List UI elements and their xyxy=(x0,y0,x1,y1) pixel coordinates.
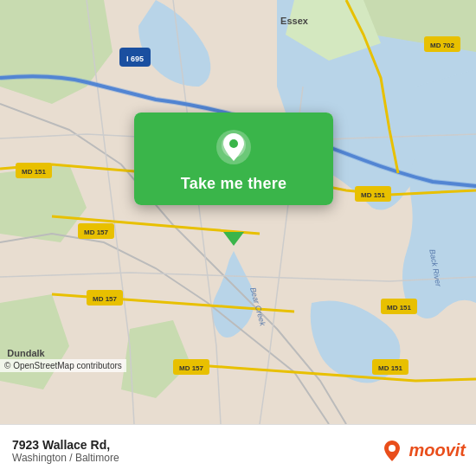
address-section: 7923 Wallace Rd, Washington / Baltimore xyxy=(12,438,119,464)
svg-point-25 xyxy=(229,139,238,148)
svg-text:MD 157: MD 157 xyxy=(93,295,118,303)
city-line: Washington / Baltimore xyxy=(12,452,119,464)
svg-text:I 695: I 695 xyxy=(126,55,144,63)
svg-text:MD 157: MD 157 xyxy=(84,228,109,236)
popup-card: Take me there xyxy=(134,113,333,205)
moovit-brand-icon xyxy=(380,439,404,463)
svg-text:MD 157: MD 157 xyxy=(179,364,204,372)
svg-text:MD 151: MD 151 xyxy=(387,304,412,312)
address-line: 7923 Wallace Rd, xyxy=(12,438,119,452)
svg-text:Dundalk: Dundalk xyxy=(7,348,45,358)
moovit-brand-text: moovit xyxy=(408,441,466,460)
popup-green-section: Take me there xyxy=(134,113,333,205)
svg-text:MD 151: MD 151 xyxy=(22,168,47,176)
take-me-there-button[interactable]: Take me there xyxy=(181,175,286,193)
map-pin-icon xyxy=(215,128,253,166)
svg-text:Essex: Essex xyxy=(280,16,309,26)
svg-point-26 xyxy=(389,445,396,452)
moovit-logo[interactable]: moovit xyxy=(380,439,466,463)
svg-text:MD 151: MD 151 xyxy=(378,364,403,372)
bottom-bar: 7923 Wallace Rd, Washington / Baltimore … xyxy=(0,424,476,476)
svg-text:MD 702: MD 702 xyxy=(430,42,455,49)
svg-text:MD 151: MD 151 xyxy=(361,191,386,199)
map-container: I 695 MD 151 MD 157 MD 157 MD 157 MD 151… xyxy=(0,0,476,424)
osm-attribution: © OpenStreetMap contributors xyxy=(0,359,126,372)
popup-tail xyxy=(223,232,244,246)
